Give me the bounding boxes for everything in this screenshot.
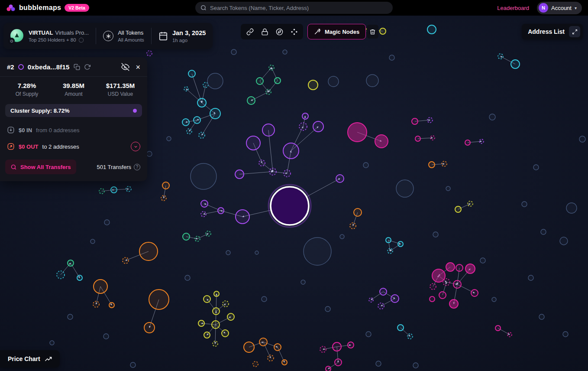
bubble[interactable] bbox=[269, 168, 276, 175]
bubblemaps-logo[interactable]: bubblemaps V2 Beta bbox=[6, 3, 89, 12]
bubble[interactable] bbox=[427, 117, 433, 123]
bubble[interactable] bbox=[442, 161, 447, 166]
show-all-transfers-button[interactable]: Show All Transfers bbox=[5, 159, 76, 174]
refresh-button[interactable] bbox=[84, 64, 90, 70]
bubble[interactable] bbox=[259, 160, 265, 166]
bubble[interactable] bbox=[388, 248, 393, 254]
bubble[interactable] bbox=[391, 295, 399, 303]
link-mode-button[interactable] bbox=[243, 25, 256, 38]
bubble[interactable] bbox=[328, 76, 339, 87]
magic-nodes-button[interactable]: Magic Nodes bbox=[307, 24, 366, 39]
bubble[interactable] bbox=[541, 229, 546, 234]
bubble[interactable] bbox=[492, 297, 496, 302]
bubble[interactable] bbox=[320, 346, 326, 352]
bubble[interactable] bbox=[446, 186, 450, 191]
search-input[interactable] bbox=[210, 5, 388, 11]
cluster-supply-bar[interactable]: Cluster Supply: 8.72% bbox=[5, 104, 142, 117]
bubble[interactable] bbox=[201, 200, 208, 207]
bubble[interactable] bbox=[207, 73, 223, 89]
bubble[interactable] bbox=[284, 170, 291, 177]
bubble[interactable] bbox=[236, 210, 249, 224]
bubble[interactable] bbox=[366, 332, 371, 337]
bubble[interactable] bbox=[99, 189, 104, 194]
bubble[interactable] bbox=[182, 119, 189, 126]
bubble[interactable] bbox=[149, 290, 169, 309]
bubble[interactable] bbox=[427, 25, 436, 34]
bubble[interactable] bbox=[195, 236, 200, 241]
bubble[interactable] bbox=[139, 242, 158, 260]
bubble[interactable] bbox=[130, 362, 136, 368]
bubble[interactable] bbox=[465, 140, 470, 145]
bubble[interactable] bbox=[396, 180, 414, 197]
bubble[interactable] bbox=[90, 239, 95, 244]
bubble[interactable] bbox=[380, 28, 386, 34]
bubble[interactable] bbox=[167, 137, 171, 141]
bubble[interactable] bbox=[104, 220, 110, 225]
bubble[interactable] bbox=[539, 314, 544, 319]
bubble[interactable] bbox=[495, 325, 501, 331]
bubble[interactable] bbox=[77, 275, 82, 280]
bubble[interactable] bbox=[147, 51, 152, 56]
bubble[interactable] bbox=[218, 208, 224, 214]
bubble[interactable] bbox=[350, 223, 356, 229]
bubble[interactable] bbox=[430, 136, 435, 140]
bubble[interactable] bbox=[389, 55, 394, 60]
bubble[interactable] bbox=[187, 129, 192, 134]
bubble[interactable] bbox=[443, 279, 450, 286]
bubble[interactable] bbox=[415, 136, 420, 141]
bubble[interactable] bbox=[299, 123, 307, 130]
date-selector[interactable]: Jan 3, 2025 1h ago bbox=[152, 23, 213, 49]
bubble[interactable] bbox=[247, 97, 255, 104]
bubble[interactable] bbox=[354, 208, 362, 216]
bubble[interactable] bbox=[366, 75, 378, 87]
bubble[interactable] bbox=[304, 238, 331, 265]
bubble[interactable] bbox=[253, 361, 258, 367]
bubble[interactable] bbox=[566, 203, 577, 213]
bubble[interactable] bbox=[246, 136, 260, 150]
bubble[interactable] bbox=[210, 108, 220, 119]
expand-outflow-button[interactable] bbox=[131, 142, 140, 151]
bubble[interactable] bbox=[348, 342, 354, 348]
bubble[interactable] bbox=[407, 334, 413, 339]
bubble[interactable] bbox=[308, 80, 318, 90]
hide-wallet-button[interactable] bbox=[121, 63, 129, 71]
bubble[interactable] bbox=[302, 113, 308, 119]
bubble[interactable] bbox=[201, 212, 206, 217]
bubble[interactable] bbox=[325, 306, 330, 312]
bubble[interactable] bbox=[455, 206, 461, 212]
bubble[interactable] bbox=[184, 87, 188, 91]
bubble[interactable] bbox=[468, 201, 473, 206]
bubble[interactable] bbox=[235, 170, 244, 179]
bubble[interactable] bbox=[123, 257, 129, 264]
bubble[interactable] bbox=[336, 175, 344, 182]
bubble-map-canvas[interactable] bbox=[0, 0, 588, 371]
bubble[interactable] bbox=[68, 314, 73, 319]
bubble[interactable] bbox=[94, 280, 107, 293]
account-menu[interactable]: N Account ▾ bbox=[537, 2, 582, 14]
cluster-button[interactable] bbox=[288, 25, 300, 38]
bubble[interactable] bbox=[348, 123, 367, 142]
bubble[interactable] bbox=[479, 139, 484, 143]
bubble[interactable] bbox=[204, 296, 210, 303]
bubble[interactable] bbox=[511, 60, 520, 68]
help-icon[interactable]: ? bbox=[134, 164, 140, 170]
bubble[interactable] bbox=[223, 301, 229, 307]
bubble[interactable] bbox=[259, 338, 267, 346]
bubble[interactable] bbox=[380, 288, 387, 295]
bubble[interactable] bbox=[191, 163, 216, 189]
bubble[interactable] bbox=[275, 78, 281, 84]
bubble[interactable] bbox=[274, 344, 281, 351]
bubble[interactable] bbox=[256, 78, 263, 85]
address-list-button[interactable]: Address List bbox=[522, 24, 583, 39]
bubble[interactable] bbox=[226, 251, 230, 255]
bubble[interactable] bbox=[103, 334, 109, 339]
bubble[interactable] bbox=[144, 322, 155, 333]
bubble[interactable] bbox=[430, 296, 435, 302]
leaderboard-link[interactable]: Leaderboard bbox=[497, 5, 529, 11]
bubble[interactable] bbox=[453, 280, 461, 288]
bubble[interactable] bbox=[282, 360, 287, 365]
bubble[interactable] bbox=[489, 114, 495, 120]
bubble[interactable] bbox=[313, 121, 323, 132]
outflow-row[interactable]: $0 OUT to 2 addresses bbox=[0, 138, 147, 155]
bubble[interactable] bbox=[378, 303, 384, 309]
